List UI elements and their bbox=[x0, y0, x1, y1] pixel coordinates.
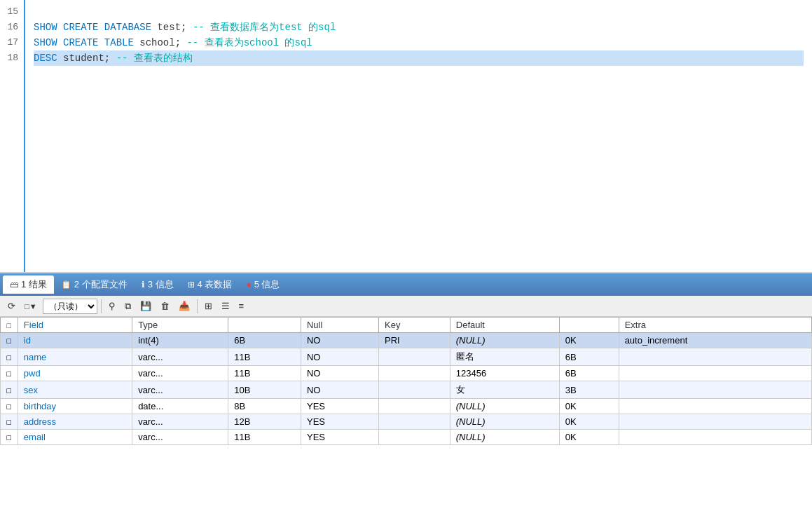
cell-default: 匿名 bbox=[450, 348, 559, 366]
list-btn[interactable]: ☰ bbox=[218, 299, 233, 313]
cell-field: pwd bbox=[18, 366, 132, 381]
cell-default: (NULL) bbox=[450, 399, 559, 414]
cell-size: 6B bbox=[228, 333, 301, 348]
table-row[interactable]: ☐ id int(4) 6B NO PRI (NULL) 0K auto_inc… bbox=[1, 333, 812, 348]
data-table-wrapper[interactable]: ☐ Field Type Null Key Default Extra ☐ id… bbox=[0, 317, 812, 511]
save-btn[interactable]: 💾 bbox=[137, 299, 155, 313]
cell-key bbox=[379, 399, 450, 414]
cell-key bbox=[379, 381, 450, 399]
cell-default: (NULL) bbox=[450, 414, 559, 430]
col-field: Field bbox=[18, 318, 132, 333]
info2-icon: ● bbox=[246, 280, 251, 289]
cell-null: NO bbox=[301, 381, 378, 399]
table-row[interactable]: ☐ birthday date... 8B YES (NULL) 0K bbox=[1, 399, 812, 414]
row-checkbox[interactable]: ☐ bbox=[1, 366, 18, 381]
delete-btn[interactable]: 🗑 bbox=[157, 299, 173, 313]
table-row[interactable]: ☐ sex varc... 10B NO 女 3B bbox=[1, 381, 812, 399]
code-text2: school; bbox=[139, 35, 186, 50]
code-text: test; bbox=[157, 20, 192, 35]
cell-type: date... bbox=[132, 399, 228, 414]
tab-results-label: 1 结果 bbox=[21, 278, 47, 291]
row-checkbox[interactable]: ☐ bbox=[1, 430, 18, 445]
cell-size: 10B bbox=[228, 381, 301, 399]
tab-info2-label: 5 信息 bbox=[254, 278, 280, 291]
cell-extra: auto_increment bbox=[619, 333, 811, 348]
copy-btn[interactable]: ⧉ bbox=[121, 299, 135, 314]
line-number: 18 bbox=[6, 50, 18, 66]
table-row[interactable]: ☐ name varc... 11B NO 匿名 6B bbox=[1, 348, 812, 366]
keyword-show2: SHOW bbox=[34, 35, 63, 50]
cell-null: NO bbox=[301, 348, 378, 366]
code-text3: student; bbox=[63, 50, 116, 66]
col-size bbox=[228, 318, 301, 333]
cell-key bbox=[379, 366, 450, 381]
cell-dsize: 0K bbox=[559, 333, 619, 348]
cell-type: varc... bbox=[132, 348, 228, 366]
cell-dsize: 3B bbox=[559, 381, 619, 399]
cell-size: 11B bbox=[228, 348, 301, 366]
mode-btn[interactable]: □▼ bbox=[21, 300, 41, 313]
sep1 bbox=[101, 299, 102, 313]
filter-btn[interactable]: ⚲ bbox=[105, 299, 119, 313]
row-checkbox[interactable]: ☐ bbox=[1, 348, 18, 366]
cell-extra bbox=[619, 381, 811, 399]
cell-type: varc... bbox=[132, 366, 228, 381]
row-checkbox[interactable]: ☐ bbox=[1, 414, 18, 430]
info1-icon: ℹ bbox=[142, 280, 145, 289]
keyword-show: SHOW bbox=[34, 20, 63, 35]
results-icon: 🗃 bbox=[10, 280, 18, 289]
tab-results[interactable]: 🗃 1 结果 bbox=[3, 275, 54, 294]
cell-field: sex bbox=[18, 381, 132, 399]
cell-extra bbox=[619, 414, 811, 430]
cell-dsize: 6B bbox=[559, 348, 619, 366]
form-btn[interactable]: ≡ bbox=[235, 299, 248, 313]
cell-type: varc... bbox=[132, 414, 228, 430]
cell-default: (NULL) bbox=[450, 333, 559, 348]
cell-null: NO bbox=[301, 366, 378, 381]
row-checkbox[interactable]: ☐ bbox=[1, 381, 18, 399]
cell-extra bbox=[619, 348, 811, 366]
cell-default: 女 bbox=[450, 381, 559, 399]
tab-info2[interactable]: ● 5 信息 bbox=[239, 275, 287, 294]
code-lines[interactable]: SHOW CREATE DATABASE test; -- 查看数据库名为tes… bbox=[25, 0, 812, 272]
cell-dsize: 0K bbox=[559, 414, 619, 430]
cell-size: 12B bbox=[228, 414, 301, 430]
grid-btn[interactable]: ⊞ bbox=[201, 299, 216, 313]
cell-default: 123456 bbox=[450, 366, 559, 381]
keyword-create2: CREATE bbox=[63, 35, 104, 50]
cell-field: birthday bbox=[18, 399, 132, 414]
cell-size: 11B bbox=[228, 430, 301, 445]
tab-info1[interactable]: ℹ 3 信息 bbox=[135, 275, 181, 294]
tab-config[interactable]: 📋 2 个配置文件 bbox=[54, 275, 135, 294]
table-body: ☐ id int(4) 6B NO PRI (NULL) 0K auto_inc… bbox=[1, 333, 812, 445]
table-row[interactable]: ☐ address varc... 12B YES (NULL) 0K bbox=[1, 414, 812, 430]
config-icon: 📋 bbox=[61, 280, 71, 289]
table-row[interactable]: ☐ pwd varc... 11B NO 123456 6B bbox=[1, 366, 812, 381]
row-checkbox[interactable]: ☐ bbox=[1, 333, 18, 348]
col-checkbox: ☐ bbox=[1, 318, 18, 333]
cell-dsize: 0K bbox=[559, 399, 619, 414]
row-checkbox[interactable]: ☐ bbox=[1, 399, 18, 414]
readonly-select[interactable]: （只读） 可编辑 bbox=[43, 299, 97, 314]
line-number: 16 bbox=[6, 20, 18, 35]
cell-extra bbox=[619, 399, 811, 414]
tab-tabledata[interactable]: ⊞ 4 表数据 bbox=[181, 275, 240, 294]
code-line-15 bbox=[34, 4, 804, 20]
cell-key bbox=[379, 414, 450, 430]
cell-field: address bbox=[18, 414, 132, 430]
cell-key: PRI bbox=[379, 333, 450, 348]
cell-type: int(4) bbox=[132, 333, 228, 348]
refresh-btn[interactable]: ⟳ bbox=[4, 299, 19, 313]
cell-extra bbox=[619, 430, 811, 445]
code-editor: 15 16 17 18 SHOW CREATE DATABASE test; -… bbox=[0, 0, 812, 273]
code-line-17: SHOW CREATE TABLE school; -- 查看表为school … bbox=[34, 35, 804, 50]
cell-key bbox=[379, 430, 450, 445]
table-row[interactable]: ☐ email varc... 11B YES (NULL) 0K bbox=[1, 430, 812, 445]
col-null: Null bbox=[301, 318, 378, 333]
import-btn[interactable]: 📥 bbox=[175, 299, 193, 313]
sep2 bbox=[197, 299, 198, 313]
table-header-row: ☐ Field Type Null Key Default Extra bbox=[1, 318, 812, 333]
col-key: Key bbox=[379, 318, 450, 333]
tabledata-icon: ⊞ bbox=[188, 280, 195, 289]
keyword-table: TABLE bbox=[104, 35, 139, 50]
